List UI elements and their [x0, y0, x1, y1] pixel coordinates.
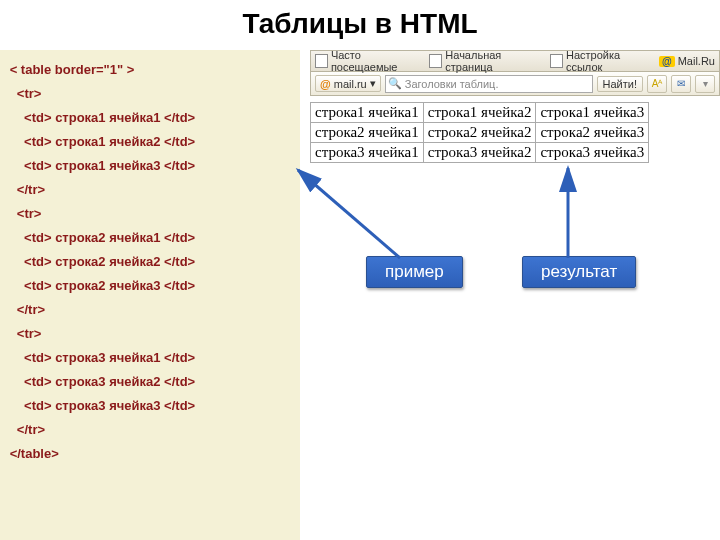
- table-cell: строка3 ячейка1: [311, 143, 424, 163]
- search-icon: 🔍: [388, 77, 402, 90]
- callout-example: пример: [366, 256, 463, 288]
- bookmarks-toolbar: Часто посещаемые Начальная страница Наст…: [310, 50, 720, 72]
- bookmarks-mailru[interactable]: @Mail.Ru: [659, 55, 715, 67]
- browser-panel: Часто посещаемые Начальная страница Наст…: [310, 50, 720, 163]
- tag-tr-open: <tr>: [17, 326, 42, 341]
- code-cell: <td> строка1 ячейка3 </td>: [24, 158, 195, 173]
- find-button[interactable]: Найти!: [597, 76, 643, 92]
- table-cell: строка3 ячейка2: [423, 143, 536, 163]
- code-cell: <td> строка3 ячейка1 </td>: [24, 350, 195, 365]
- mailru-icon: @: [659, 56, 675, 67]
- search-placeholder: Заголовки таблиц.: [405, 78, 499, 90]
- table-cell: строка2 ячейка2: [423, 123, 536, 143]
- table-cell: строка2 ячейка1: [311, 123, 424, 143]
- bookmarks-links[interactable]: Настройка ссылок: [550, 49, 651, 73]
- table-cell: строка1 ячейка2: [423, 103, 536, 123]
- table-cell: строка3 ячейка3: [536, 143, 649, 163]
- tag-table-open: < table border="1" >: [10, 62, 135, 77]
- at-icon: @: [320, 78, 331, 90]
- table-cell: строка1 ячейка1: [311, 103, 424, 123]
- code-cell: <td> строка1 ячейка1 </td>: [24, 110, 195, 125]
- tool-button[interactable]: ✉: [671, 75, 691, 93]
- bookmarks-freq[interactable]: Часто посещаемые: [315, 49, 421, 73]
- arrow-example: [298, 170, 400, 258]
- tag-tr-close: </tr>: [17, 302, 45, 317]
- bookmarks-links-label: Настройка ссылок: [566, 49, 651, 73]
- code-cell: <td> строка2 ячейка2 </td>: [24, 254, 195, 269]
- code-cell: <td> строка3 ячейка2 </td>: [24, 374, 195, 389]
- table-row: строка2 ячейка1 строка2 ячейка2 строка2 …: [311, 123, 649, 143]
- code-panel: < table border="1" > <tr> <td> строка1 я…: [0, 50, 300, 540]
- mail-button-label: mail.ru: [334, 78, 367, 90]
- tag-tr-open: <tr>: [17, 86, 42, 101]
- code-cell: <td> строка3 ячейка3 </td>: [24, 398, 195, 413]
- search-toolbar: @mail.ru▾ 🔍Заголовки таблиц. Найти! Aᴬ ✉…: [310, 72, 720, 96]
- tag-tr-close: </tr>: [17, 182, 45, 197]
- mail-button[interactable]: @mail.ru▾: [315, 75, 381, 92]
- bookmarks-mailru-label: Mail.Ru: [678, 55, 715, 67]
- table-row: строка1 ячейка1 строка1 ячейка2 строка1 …: [311, 103, 649, 123]
- page-icon: [550, 54, 563, 68]
- code-cell: <td> строка1 ячейка2 </td>: [24, 134, 195, 149]
- page-title: Таблицы в HTML: [0, 8, 720, 40]
- table-cell: строка2 ячейка3: [536, 123, 649, 143]
- page-icon: [429, 54, 442, 68]
- result-table: строка1 ячейка1 строка1 ячейка2 строка1 …: [310, 102, 649, 163]
- tag-table-close: </table>: [10, 446, 59, 461]
- code-cell: <td> строка2 ячейка3 </td>: [24, 278, 195, 293]
- search-input[interactable]: 🔍Заголовки таблиц.: [385, 75, 593, 93]
- tag-tr-open: <tr>: [17, 206, 42, 221]
- bookmarks-freq-label: Часто посещаемые: [331, 49, 422, 73]
- table-row: строка3 ячейка1 строка3 ячейка2 строка3 …: [311, 143, 649, 163]
- callout-result: результат: [522, 256, 636, 288]
- tool-button-2[interactable]: ▾: [695, 75, 715, 93]
- chevron-down-icon: ▾: [370, 77, 376, 90]
- code-cell: <td> строка2 ячейка1 </td>: [24, 230, 195, 245]
- tag-tr-close: </tr>: [17, 422, 45, 437]
- table-cell: строка1 ячейка3: [536, 103, 649, 123]
- bookmarks-home[interactable]: Начальная страница: [429, 49, 542, 73]
- highlight-button[interactable]: Aᴬ: [647, 75, 667, 93]
- bookmarks-home-label: Начальная страница: [445, 49, 542, 73]
- folder-icon: [315, 54, 328, 68]
